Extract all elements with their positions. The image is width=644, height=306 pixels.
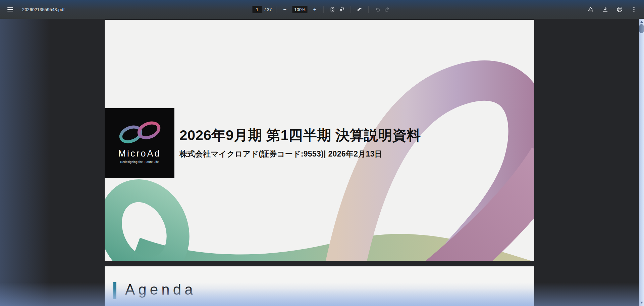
infinity-logo-icon [114, 118, 165, 146]
zoom-out-button[interactable]: − [280, 5, 289, 14]
toolbar-separator [368, 6, 369, 13]
logo-tagline: Redesigning the Future Life [120, 160, 159, 164]
pdf-viewport: MicroAd Redesigning the Future Life 2026… [0, 19, 644, 306]
logo-text: MicroAd [118, 148, 161, 159]
scroll-up-button[interactable] [639, 19, 644, 24]
redo-icon [384, 6, 390, 12]
menu-button[interactable] [5, 5, 15, 14]
fit-page-button[interactable] [328, 5, 337, 14]
pdf-toolbar: 20260213559543.pdf / 37 − 100% + [0, 0, 644, 19]
print-icon [616, 6, 623, 13]
download-button[interactable] [600, 5, 610, 14]
slide-title: 2026年9月期 第1四半期 決算説明資料 [179, 127, 421, 144]
section-accent-bar [113, 282, 116, 299]
page-count-label: / 37 [265, 7, 272, 12]
rotate-button[interactable] [337, 5, 346, 14]
scroll-up-arrow-icon [640, 21, 643, 23]
scrollbar[interactable] [639, 19, 644, 306]
zoom-level: 100% [292, 6, 307, 13]
pen-squiggle-icon [357, 6, 363, 12]
toolbar-separator [351, 6, 351, 13]
rotate-icon [339, 6, 345, 12]
plus-icon: + [313, 7, 317, 12]
fit-page-icon [330, 7, 335, 12]
zoom-in-button[interactable]: + [310, 5, 319, 14]
scroll-thumb[interactable] [639, 24, 644, 33]
page-number-input[interactable] [253, 6, 262, 13]
document-title: 20260213559543.pdf [22, 7, 65, 12]
annotate-button[interactable] [355, 5, 364, 14]
redo-button[interactable] [382, 5, 391, 14]
print-button[interactable] [615, 5, 624, 14]
more-options-button[interactable] [629, 5, 639, 14]
pdf-page-2: Agenda [105, 266, 534, 306]
undo-icon [374, 6, 380, 12]
hamburger-icon [7, 7, 13, 11]
company-logo: MicroAd Redesigning the Future Life [105, 108, 174, 178]
kebab-menu-icon [631, 6, 637, 12]
drive-add-icon [587, 6, 594, 13]
download-icon [602, 6, 608, 13]
pdf-page-1: MicroAd Redesigning the Future Life 2026… [105, 20, 534, 261]
scroll-down-arrow-icon [640, 302, 643, 304]
slide-subtitle: 株式会社マイクロアド(証券コード:9553)| 2026年2月13日 [179, 149, 421, 159]
toolbar-separator [276, 6, 276, 13]
save-to-drive-button[interactable] [586, 5, 595, 14]
edge-glow-left [0, 19, 50, 306]
toolbar-separator [323, 6, 324, 13]
minus-icon: − [283, 7, 286, 12]
section-heading: Agenda [125, 281, 196, 298]
undo-button[interactable] [373, 5, 382, 14]
scroll-down-button[interactable] [639, 300, 644, 305]
